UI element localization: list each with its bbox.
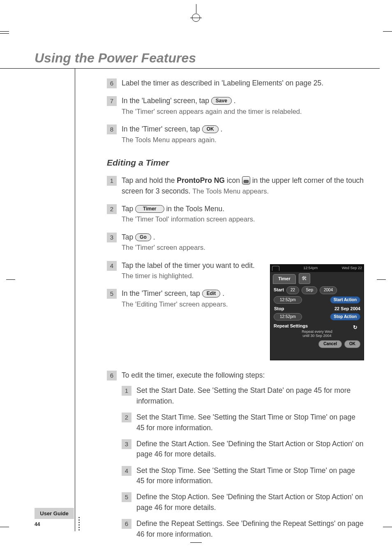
substep-text: Set the Stop Time. See 'Setting the Star…	[136, 466, 355, 485]
substep-text: Set the Start Date. See 'Setting the Sta…	[136, 386, 350, 405]
step-subtext: The timer is highlighted.	[122, 272, 194, 279]
device-repeat-text1: Repeat every Wed	[302, 330, 332, 334]
step-number: 8	[107, 125, 117, 134]
substep-number: 3	[122, 439, 131, 449]
timer-button-icon: Timer	[135, 205, 164, 213]
save-button-icon: Save	[211, 97, 232, 105]
substep-text: Define the Start Action. See 'Defining t…	[136, 440, 363, 458]
step-number: 2	[107, 204, 117, 214]
editing-step-3: 3 Tap Go . The 'Timer' screen appears.	[107, 232, 364, 253]
device-date: Wed Sep 22	[342, 265, 362, 271]
pronto-icon	[242, 176, 250, 184]
substep-number: 4	[122, 466, 131, 476]
device-stop-date: 22 Sep 2004	[334, 306, 360, 312]
step-subtext: The 'Timer' screen appears again and the…	[122, 108, 302, 115]
vertical-rule	[75, 69, 75, 531]
substep-1: 1 Set the Start Date. See 'Setting the S…	[122, 385, 364, 406]
substep-text: Define the Repeat Settings. See 'Definin…	[136, 519, 363, 538]
substep-6: 6 Define the Repeat Settings. See 'Defin…	[122, 519, 364, 540]
intro-step-7: 7 In the 'Labeling' screen, tap Save . T…	[107, 96, 364, 117]
step-number: 4	[107, 261, 117, 271]
device-battery-icon	[272, 266, 279, 271]
step-text: icon	[227, 176, 242, 184]
page-title: Using the Power Features	[35, 51, 196, 66]
title-rule	[0, 68, 380, 69]
step-text: in the Tools Menu.	[166, 205, 224, 213]
device-start-year: 2004	[320, 286, 337, 294]
step-text: Tap	[122, 205, 135, 213]
step-text: In the 'Timer' screen, tap	[122, 289, 202, 297]
step-number: 5	[107, 289, 117, 299]
device-tool-icon: 🛠	[299, 273, 310, 284]
crop-mark-left-mid	[6, 279, 15, 280]
step-subtext: The Tools Menu appears.	[192, 187, 269, 195]
page-number: 44	[35, 521, 74, 527]
substep-3: 3 Define the Start Action. See 'Defining…	[122, 439, 364, 460]
step-subtext: The 'Editing Timer' screen appears.	[122, 300, 228, 308]
intro-step-6: 6 Label the timer as described in 'Label…	[107, 78, 364, 88]
device-time: 12:54pm	[303, 265, 318, 271]
device-stop-time: 12:52pm	[274, 313, 302, 321]
editing-step-1: 1 Tap and hold the ProntoPro NG icon in …	[107, 175, 364, 196]
editing-step-6: 6 To edit the timer, execute the followi…	[107, 370, 364, 540]
substep-number: 6	[122, 519, 131, 529]
step-text: Tap the label of the timer you want to e…	[122, 261, 255, 270]
step-text: Tap	[122, 233, 135, 241]
substep-2: 2 Set the Start Time. See 'Setting the S…	[122, 412, 364, 433]
device-ok-button: OK	[344, 340, 360, 348]
substep-4: 4 Set the Stop Time. See 'Setting the St…	[122, 466, 364, 487]
step-number: 3	[107, 233, 117, 242]
device-start-time: 12:52pm	[274, 296, 302, 304]
decorative-dots	[78, 517, 80, 530]
step-number: 6	[107, 78, 117, 88]
device-repeat-label: Repeat Settings	[274, 323, 308, 330]
step-text: To edit the timer, execute the following…	[122, 371, 265, 379]
step-text: .	[234, 97, 236, 105]
step-text: In the 'Timer' screen, tap	[122, 125, 202, 133]
step-number: 7	[107, 96, 117, 106]
device-start-label: Start	[274, 287, 284, 293]
device-cancel-button: Cancel	[318, 340, 342, 348]
substep-text: Define the Stop Action. See 'Defining th…	[136, 493, 363, 511]
step-text: Tap and hold the	[122, 176, 177, 184]
substep-text: Set the Start Time. See 'Setting the Sta…	[136, 413, 355, 431]
device-start-action-button: Start Action	[330, 296, 360, 304]
substep-5: 5 Define the Stop Action. See 'Defining …	[122, 492, 364, 513]
step-number: 6	[107, 371, 117, 380]
device-start-month: Sep	[302, 286, 317, 294]
device-repeat-text2: until 30 Sep 2004	[302, 334, 331, 338]
pronto-name: ProntoPro NG	[177, 176, 225, 184]
step-subtext: The Tools Menu appears again.	[122, 136, 217, 143]
step-subtext: The 'Timer' screen appears.	[122, 244, 205, 251]
device-repeat-icon: ↻	[353, 324, 360, 329]
device-start-day: 22	[286, 286, 299, 294]
step-number: 1	[107, 176, 117, 186]
edit-button-icon: Edit	[202, 290, 221, 297]
device-timer-tab: Timer	[273, 274, 296, 284]
user-guide-label: User Guide	[35, 508, 74, 519]
step-text: .	[222, 289, 224, 297]
step-subtext: The 'Timer Tool' information screen appe…	[122, 215, 255, 223]
substep-number: 1	[122, 386, 131, 396]
substep-number: 2	[122, 413, 131, 422]
substep-number: 5	[122, 492, 131, 502]
ok-button-icon: OK	[202, 125, 219, 133]
device-stop-label: Stop	[274, 306, 284, 312]
device-screenshot: 12:54pm Wed Sep 22 Timer 🛠 Start 22 Sep …	[270, 264, 364, 360]
go-button-icon: Go	[135, 233, 151, 241]
step-text: .	[153, 233, 155, 241]
device-stop-action-button: Stop Action	[330, 313, 360, 321]
page-footer: User Guide 44	[35, 508, 74, 527]
section-subtitle: Editing a Timer	[107, 157, 364, 169]
step-text: Label the timer as described in 'Labelin…	[122, 79, 323, 87]
editing-step-5: 5 In the 'Timer' screen, tap Edit . The …	[107, 288, 255, 309]
crop-mark-right-mid	[377, 279, 386, 280]
step-text: In the 'Labeling' screen, tap	[122, 97, 211, 105]
step-text: .	[221, 125, 223, 133]
editing-step-2: 2 Tap Timer in the Tools Menu. The 'Time…	[107, 204, 364, 225]
intro-step-8: 8 In the 'Timer' screen, tap OK . The To…	[107, 124, 364, 145]
